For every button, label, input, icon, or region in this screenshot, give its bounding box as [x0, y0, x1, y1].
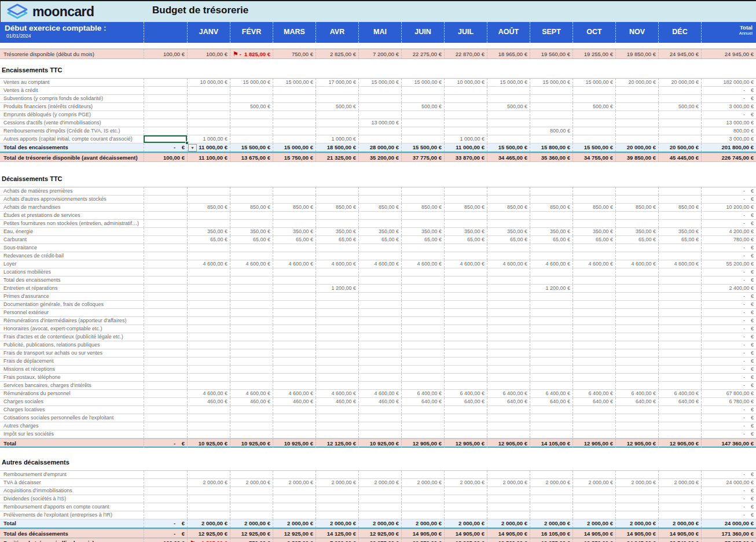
- value-cell[interactable]: [658, 374, 701, 381]
- value-cell[interactable]: 12 925,00 €: [230, 529, 273, 538]
- value-cell[interactable]: 750,00 €: [230, 539, 273, 542]
- value-cell[interactable]: 850,00 €: [615, 204, 658, 211]
- value-cell[interactable]: [572, 406, 615, 414]
- value-cell[interactable]: 350,00 €: [187, 228, 230, 235]
- value-cell[interactable]: 37 775,00 €: [401, 153, 444, 162]
- value-cell[interactable]: [230, 309, 273, 316]
- value-cell[interactable]: [572, 276, 615, 284]
- value-cell[interactable]: [315, 495, 358, 503]
- value-cell[interactable]: [144, 236, 187, 244]
- value-cell[interactable]: [144, 398, 187, 405]
- value-cell[interactable]: [144, 309, 187, 316]
- value-cell[interactable]: [230, 252, 273, 260]
- value-cell[interactable]: [444, 374, 487, 381]
- value-cell[interactable]: [187, 220, 230, 227]
- value-cell[interactable]: - €: [701, 366, 756, 373]
- value-cell[interactable]: [401, 293, 444, 300]
- value-cell[interactable]: [273, 317, 315, 325]
- value-cell[interactable]: 6 400,00 €: [487, 390, 530, 397]
- value-cell[interactable]: 33 870,00 €: [444, 153, 487, 162]
- value-cell[interactable]: [144, 87, 187, 94]
- value-cell[interactable]: [615, 349, 658, 357]
- value-cell[interactable]: 6 400,00 €: [658, 390, 701, 397]
- value-cell[interactable]: [230, 87, 273, 94]
- value-cell[interactable]: [530, 212, 572, 219]
- value-cell[interactable]: [401, 503, 444, 511]
- value-cell[interactable]: 21 325,00 €: [315, 153, 358, 162]
- value-cell[interactable]: [487, 414, 530, 422]
- value-cell[interactable]: [315, 187, 358, 195]
- value-cell[interactable]: 10 925,00 €: [273, 439, 315, 448]
- value-cell[interactable]: 11 100,00 €: [187, 153, 230, 162]
- value-cell[interactable]: 850,00 €: [572, 204, 615, 211]
- value-cell[interactable]: [401, 111, 444, 119]
- value-cell[interactable]: 850,00 €: [187, 204, 230, 211]
- value-cell[interactable]: [530, 87, 572, 94]
- value-cell[interactable]: 35 360,00 €: [530, 153, 572, 162]
- value-cell[interactable]: 1 200,00 €: [530, 285, 572, 292]
- value-cell[interactable]: [358, 87, 401, 94]
- value-cell[interactable]: [658, 87, 701, 94]
- value-cell[interactable]: [230, 382, 273, 389]
- value-cell[interactable]: 226 745,00 €: [701, 153, 756, 162]
- value-cell[interactable]: [230, 293, 273, 300]
- value-cell[interactable]: [315, 95, 358, 102]
- value-cell[interactable]: [401, 252, 444, 260]
- value-cell[interactable]: [487, 511, 530, 519]
- value-cell[interactable]: [530, 414, 572, 422]
- section-heading[interactable]: Encaissements TTC: [2, 67, 756, 74]
- value-cell[interactable]: 45 445,00 €: [658, 153, 701, 162]
- column-header-1[interactable]: JANV: [187, 22, 230, 43]
- value-cell[interactable]: [315, 430, 358, 438]
- value-cell[interactable]: [401, 341, 444, 349]
- value-cell[interactable]: 4 600,00 €: [358, 390, 401, 397]
- value-cell[interactable]: [273, 135, 315, 143]
- value-cell[interactable]: 100,00 €: [144, 49, 187, 59]
- column-header-7[interactable]: JUIL: [444, 22, 487, 43]
- value-cell[interactable]: 12 925,00 €: [187, 529, 230, 538]
- value-cell[interactable]: [358, 301, 401, 308]
- value-cell[interactable]: [615, 341, 658, 349]
- value-cell[interactable]: [401, 212, 444, 219]
- value-cell[interactable]: [530, 333, 572, 341]
- value-cell[interactable]: [144, 495, 187, 503]
- value-cell[interactable]: 4 600,00 €: [530, 260, 572, 268]
- value-cell[interactable]: [572, 341, 615, 349]
- value-cell[interactable]: 22 275,00 €: [358, 539, 401, 542]
- row-label-cell[interactable]: Carburant: [0, 236, 144, 244]
- value-cell[interactable]: [401, 87, 444, 94]
- value-cell[interactable]: [144, 349, 187, 357]
- value-cell[interactable]: [315, 293, 358, 300]
- value-cell[interactable]: [230, 196, 273, 203]
- value-cell[interactable]: [273, 414, 315, 422]
- column-header-8[interactable]: AOÛT: [487, 22, 530, 43]
- row-label-cell[interactable]: Publicité, publications, relations publi…: [0, 341, 144, 349]
- value-cell[interactable]: [187, 309, 230, 316]
- value-cell[interactable]: 4 600,00 €: [187, 260, 230, 268]
- value-cell[interactable]: [487, 341, 530, 349]
- value-cell[interactable]: [530, 374, 572, 381]
- value-cell[interactable]: [144, 187, 187, 195]
- value-cell[interactable]: 3 000,00 €: [701, 135, 756, 143]
- value-cell[interactable]: 2 000,00 €: [658, 479, 701, 486]
- start-column-header[interactable]: [144, 22, 187, 43]
- value-cell[interactable]: 22 275,00 €: [401, 49, 444, 59]
- value-cell[interactable]: 850,00 €: [658, 204, 701, 211]
- value-cell[interactable]: [530, 135, 572, 143]
- value-cell[interactable]: 7 200,00 €: [315, 539, 358, 542]
- value-cell[interactable]: [530, 119, 572, 127]
- value-cell[interactable]: [444, 333, 487, 341]
- value-cell[interactable]: [230, 511, 273, 519]
- value-cell[interactable]: [615, 268, 658, 276]
- value-cell[interactable]: [401, 333, 444, 341]
- value-cell[interactable]: [658, 220, 701, 227]
- value-cell[interactable]: [144, 260, 187, 268]
- value-cell[interactable]: [487, 471, 530, 478]
- value-cell[interactable]: [187, 317, 230, 325]
- value-cell[interactable]: [444, 341, 487, 349]
- value-cell[interactable]: [530, 111, 572, 119]
- value-cell[interactable]: [273, 430, 315, 438]
- value-cell[interactable]: [615, 309, 658, 316]
- value-cell[interactable]: 460,00 €: [315, 398, 358, 405]
- value-cell[interactable]: [572, 503, 615, 511]
